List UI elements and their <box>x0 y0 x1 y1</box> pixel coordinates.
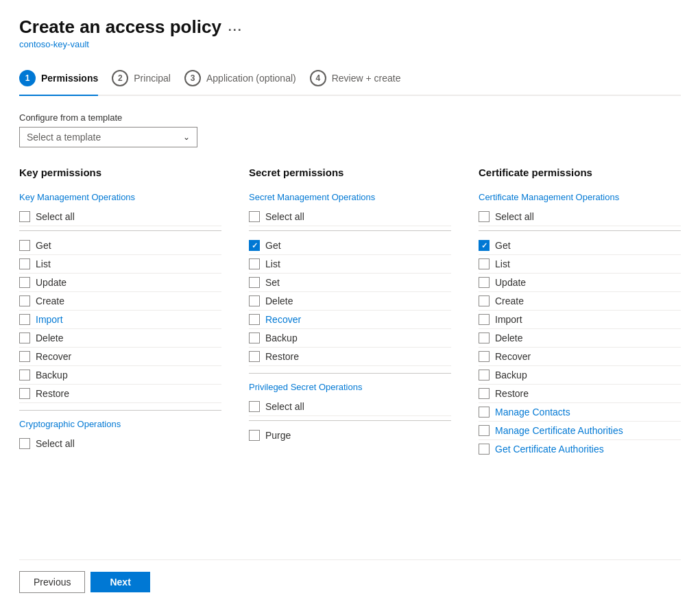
secret-recover-checkbox[interactable] <box>249 314 260 325</box>
breadcrumb-subtitle[interactable]: contoso-key-vault <box>19 39 681 49</box>
cert-list-label[interactable]: List <box>495 258 510 269</box>
secret-delete-checkbox[interactable] <box>249 295 260 306</box>
key-restore-label[interactable]: Restore <box>36 388 69 399</box>
key-update-label[interactable]: Update <box>36 277 67 288</box>
step-1-label: Permissions <box>41 73 98 84</box>
cert-backup-row: Backup <box>479 366 681 385</box>
key-create-label[interactable]: Create <box>36 295 64 306</box>
cert-manage-ca-checkbox[interactable] <box>479 425 490 436</box>
cert-restore-label[interactable]: Restore <box>495 388 529 399</box>
cert-manage-contacts-checkbox[interactable] <box>479 407 490 418</box>
cert-delete-checkbox[interactable] <box>479 333 490 343</box>
key-recover-label[interactable]: Recover <box>36 351 71 362</box>
key-select-all-row: Select all <box>19 208 221 226</box>
cert-get-ca-checkbox[interactable] <box>479 444 490 455</box>
cert-import-label[interactable]: Import <box>495 314 522 325</box>
key-select-all-checkbox[interactable] <box>19 211 30 222</box>
next-button[interactable]: Next <box>90 572 149 592</box>
template-dropdown[interactable]: Select a template ⌄ <box>19 127 197 147</box>
key-recover-checkbox[interactable] <box>19 351 30 362</box>
cert-import-checkbox[interactable] <box>479 314 490 325</box>
step-4-review[interactable]: 4 Review + create <box>310 63 415 95</box>
key-import-row: Import <box>19 311 221 329</box>
cert-create-checkbox[interactable] <box>479 295 490 306</box>
cert-recover-label[interactable]: Recover <box>495 351 531 362</box>
secret-get-row: Get <box>249 237 451 255</box>
cert-create-label[interactable]: Create <box>495 295 524 306</box>
secret-recover-row: Recover <box>249 311 451 329</box>
crypto-select-all-checkbox[interactable] <box>19 438 30 449</box>
key-update-checkbox[interactable] <box>19 277 30 288</box>
secret-recover-label[interactable]: Recover <box>265 314 301 325</box>
step-2-principal[interactable]: 2 Principal <box>112 63 184 95</box>
key-import-checkbox[interactable] <box>19 314 30 325</box>
key-permissions-title: Key permissions <box>19 167 221 178</box>
cert-delete-label[interactable]: Delete <box>495 333 522 343</box>
cert-recover-checkbox[interactable] <box>479 351 490 362</box>
crypto-select-all-label[interactable]: Select all <box>36 438 75 449</box>
cert-get-ca-label[interactable]: Get Certificate Authorities <box>495 444 604 455</box>
cert-select-all-checkbox[interactable] <box>479 211 490 222</box>
secret-list-checkbox[interactable] <box>249 258 260 269</box>
key-list-row: List <box>19 255 221 274</box>
priv-select-all-label[interactable]: Select all <box>265 401 304 412</box>
secret-delete-label[interactable]: Delete <box>265 295 293 306</box>
step-3-label: Application (optional) <box>206 73 296 84</box>
key-restore-checkbox[interactable] <box>19 388 30 399</box>
key-delete-checkbox[interactable] <box>19 333 30 343</box>
cert-manage-ca-row: Manage Certificate Authorities <box>479 422 681 440</box>
step-2-circle: 2 <box>112 70 128 86</box>
key-get-label[interactable]: Get <box>36 240 51 251</box>
key-create-row: Create <box>19 292 221 311</box>
secret-purge-label[interactable]: Purge <box>265 430 291 441</box>
priv-select-all-checkbox[interactable] <box>249 401 260 412</box>
secret-get-checkbox[interactable] <box>249 240 260 251</box>
key-get-checkbox[interactable] <box>19 240 30 251</box>
cert-list-checkbox[interactable] <box>479 258 490 269</box>
secret-set-label[interactable]: Set <box>265 277 280 288</box>
secret-permissions-column: Secret permissions Secret Management Ope… <box>249 167 451 553</box>
secret-select-all-label[interactable]: Select all <box>265 211 304 222</box>
key-get-row: Get <box>19 237 221 255</box>
secret-get-label[interactable]: Get <box>265 240 281 251</box>
cert-restore-row: Restore <box>479 385 681 403</box>
key-list-label[interactable]: List <box>36 258 51 269</box>
secret-set-checkbox[interactable] <box>249 277 260 288</box>
cert-manage-contacts-label[interactable]: Manage Contacts <box>495 407 570 418</box>
previous-button[interactable]: Previous <box>19 571 85 593</box>
ellipsis-button[interactable]: ... <box>228 20 243 34</box>
key-backup-checkbox[interactable] <box>19 370 30 380</box>
cert-get-checkbox[interactable] <box>479 240 490 251</box>
cert-import-row: Import <box>479 311 681 329</box>
cert-backup-checkbox[interactable] <box>479 370 490 380</box>
secret-backup-label[interactable]: Backup <box>265 333 298 343</box>
key-backup-label[interactable]: Backup <box>36 370 68 380</box>
template-placeholder: Select a template <box>27 132 101 143</box>
secret-select-all-row: Select all <box>249 208 451 226</box>
key-select-all-label[interactable]: Select all <box>36 211 75 222</box>
step-1-permissions[interactable]: 1 Permissions <box>19 63 112 95</box>
key-create-checkbox[interactable] <box>19 295 30 306</box>
key-restore-row: Restore <box>19 385 221 403</box>
secret-backup-checkbox[interactable] <box>249 333 260 343</box>
cert-select-all-label[interactable]: Select all <box>495 211 534 222</box>
wizard-steps: 1 Permissions 2 Principal 3 Application … <box>19 63 681 96</box>
secret-restore-label[interactable]: Restore <box>265 351 299 362</box>
key-import-label[interactable]: Import <box>36 314 63 325</box>
step-4-circle: 4 <box>310 70 326 86</box>
key-list-checkbox[interactable] <box>19 258 30 269</box>
cert-restore-checkbox[interactable] <box>479 388 490 399</box>
secret-select-all-checkbox[interactable] <box>249 211 260 222</box>
cert-backup-label[interactable]: Backup <box>495 370 527 380</box>
key-permissions-column: Key permissions Key Management Operation… <box>19 167 221 553</box>
secret-purge-checkbox[interactable] <box>249 430 260 441</box>
cert-update-label[interactable]: Update <box>495 277 526 288</box>
key-delete-label[interactable]: Delete <box>36 333 63 343</box>
step-3-application[interactable]: 3 Application (optional) <box>184 63 310 95</box>
secret-restore-checkbox[interactable] <box>249 351 260 362</box>
cert-manage-ca-label[interactable]: Manage Certificate Authorities <box>495 425 623 436</box>
secret-list-label[interactable]: List <box>265 258 280 269</box>
cert-get-label[interactable]: Get <box>495 240 511 251</box>
cert-update-checkbox[interactable] <box>479 277 490 288</box>
cert-update-row: Update <box>479 274 681 292</box>
